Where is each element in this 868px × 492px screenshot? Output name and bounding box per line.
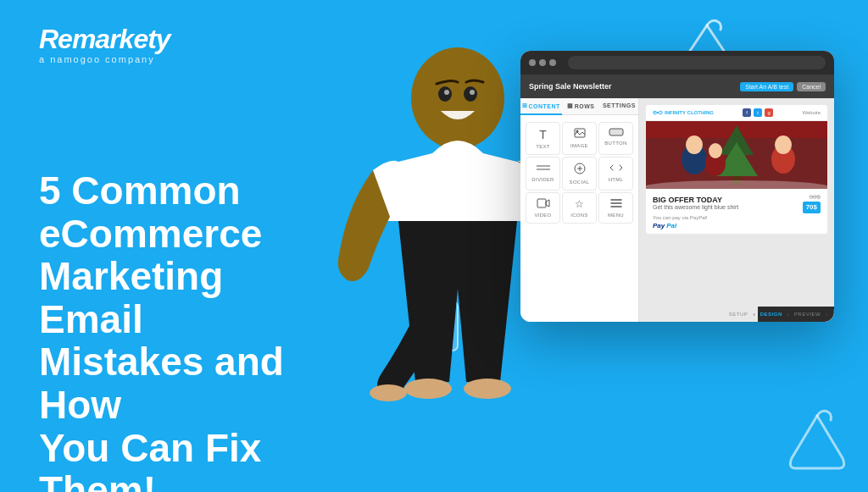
svg-point-34 <box>709 143 722 158</box>
svg-point-13 <box>370 384 407 401</box>
icons-icon: ☆ <box>575 198 584 210</box>
paypal-logo-area: Pay Pal <box>653 222 821 229</box>
panel-item-video[interactable]: VIDEO <box>526 192 560 224</box>
text-label: TEXT <box>536 144 550 149</box>
tab-content[interactable]: ⊞ CONTENT <box>520 98 562 115</box>
panel-item-html[interactable]: HTML <box>598 157 633 191</box>
email-social-icons: f t g <box>743 108 773 117</box>
twitter-icon: t <box>754 108 762 117</box>
subtitle-text: a NAMOGOO company <box>39 54 155 64</box>
browser-dots <box>529 59 556 66</box>
step-design[interactable]: DESIGN <box>760 312 782 317</box>
price-sale: 70$ <box>803 202 821 213</box>
html-label: HTML <box>609 177 624 182</box>
price-area: 90$ 70$ <box>803 193 821 213</box>
panel-item-divider[interactable]: DIVIDER <box>526 157 560 191</box>
browser-header <box>520 51 834 75</box>
facebook-icon: f <box>743 108 751 117</box>
offer-row: BIG OFFER TODAY Get this awesome light b… <box>653 193 821 213</box>
browser-url-bar <box>568 56 826 69</box>
paypal-text: You can pay via PayPal! <box>653 215 821 220</box>
headline-line1: 5 Common <box>39 169 241 213</box>
svg-rect-22 <box>537 199 546 207</box>
button-label: BUTTON <box>604 141 626 146</box>
social-label: SOCIAL <box>570 180 590 185</box>
svg-rect-16 <box>609 129 623 135</box>
brand-logo: Remarkety <box>39 25 170 53</box>
step-setup[interactable]: SETUP <box>729 312 748 317</box>
offer-title: BIG OFFER TODAY <box>653 196 738 204</box>
svg-point-12 <box>470 90 475 95</box>
editor-top-bar: Spring Sale Newsletter Start An A/B test… <box>520 75 834 98</box>
headline-line4: Mistakes and How <box>39 340 284 427</box>
panel-item-button[interactable]: BUTTON <box>598 122 633 155</box>
browser-dot-3 <box>549 59 556 66</box>
content-panel: ⊞ CONTENT ▦ ROWS SETTINGS T TEXT <box>520 98 639 322</box>
button-icon <box>609 128 624 138</box>
panel-grid: T TEXT IMAGE BUTTON <box>520 115 638 230</box>
brand-name: Remarkety <box>39 24 170 54</box>
svg-point-15 <box>576 130 578 133</box>
tab-content-label: CONTENT <box>529 103 560 109</box>
email-brand-name: INFINITY CLOTHING <box>665 110 714 115</box>
email-offer-section: BIG OFFER TODAY Get this awesome light b… <box>646 189 827 234</box>
start-ab-test-button[interactable]: Start An A/B test <box>740 82 793 91</box>
infinity-logo: INFINITY CLOTHING <box>653 109 714 116</box>
price-original: 90$ <box>810 193 821 201</box>
headline-line3: Marketing Email <box>39 254 223 341</box>
svg-point-7 <box>404 379 452 399</box>
headline-line5: You Can Fix Them! <box>39 426 261 492</box>
panel-item-menu[interactable]: MENU <box>598 192 633 224</box>
menu-icon <box>609 198 623 210</box>
headline-line2: eCommerce <box>39 212 262 256</box>
image-icon <box>574 128 586 141</box>
step-send[interactable]: SEND CAMPAIGN <box>833 309 834 319</box>
svg-point-11 <box>444 90 449 95</box>
headline-text: 5 Common eCommerce Marketing Email Mista… <box>39 169 310 492</box>
panel-tabs: ⊞ CONTENT ▦ ROWS SETTINGS <box>520 98 638 115</box>
cancel-button[interactable]: Cancel <box>797 82 826 91</box>
browser-dot-1 <box>529 59 536 66</box>
arrow-1: › <box>753 312 754 318</box>
email-nav-link[interactable]: Website <box>802 110 821 115</box>
browser-mockup: Spring Sale Newsletter Start An A/B test… <box>520 51 834 322</box>
logo-subtitle: a NAMOGOO company <box>39 54 170 64</box>
page-background: Remarkety a NAMOGOO company 5 Common eCo… <box>0 0 868 492</box>
svg-point-8 <box>464 379 511 399</box>
icons-label: ICONS <box>570 213 588 218</box>
html-icon <box>609 163 624 174</box>
editor-title: Spring Sale Newsletter <box>529 82 612 91</box>
arrow-3: › <box>826 312 827 318</box>
svg-point-32 <box>686 135 703 154</box>
tab-rows-label: ROWS <box>575 103 595 109</box>
offer-details: BIG OFFER TODAY Get this awesome light b… <box>653 196 738 210</box>
panel-item-image[interactable]: IMAGE <box>562 122 597 155</box>
tab-rows[interactable]: ▦ ROWS <box>562 98 600 114</box>
google-icon: g <box>765 108 773 117</box>
headline-area: 5 Common eCommerce Marketing Email Mista… <box>39 169 310 492</box>
email-preview: INFINITY CLOTHING f t g Website <box>639 98 834 322</box>
tab-settings[interactable]: SETTINGS <box>600 98 638 114</box>
image-label: IMAGE <box>570 143 588 148</box>
email-content: INFINITY CLOTHING f t g Website <box>646 105 827 234</box>
menu-label: MENU <box>608 213 624 218</box>
panel-item-icons[interactable]: ☆ ICONS <box>562 192 597 224</box>
video-label: VIDEO <box>534 213 551 218</box>
divider-icon <box>536 163 551 174</box>
video-icon <box>537 198 550 210</box>
logo-area: Remarkety a NAMOGOO company <box>39 25 170 64</box>
svg-point-4 <box>411 47 504 149</box>
email-top-nav: INFINITY CLOTHING f t g Website <box>646 105 827 121</box>
step-preview[interactable]: PREVIEW <box>794 312 821 317</box>
panel-item-social[interactable]: SOCIAL <box>562 157 597 191</box>
hanger-decoration-bottom <box>783 407 851 467</box>
social-icon <box>574 163 586 177</box>
email-hero-image <box>646 121 827 189</box>
text-icon: T <box>539 128 547 141</box>
browser-dot-2 <box>539 59 546 66</box>
tab-settings-label: SETTINGS <box>603 102 636 108</box>
divider-label: DIVIDER <box>531 177 554 182</box>
offer-desc: Get this awesome light blue shirt <box>653 204 738 210</box>
panel-item-text[interactable]: T TEXT <box>526 122 560 155</box>
email-bottom-bar: SETUP › DESIGN › PREVIEW › SEND CAMPAIGN <box>758 307 834 322</box>
